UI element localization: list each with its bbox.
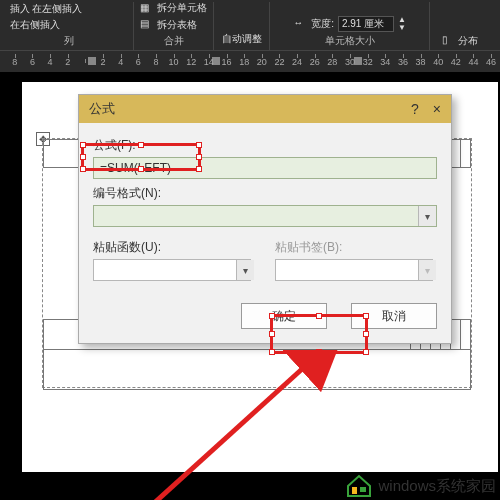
- distribute-icon: ▯: [442, 34, 456, 48]
- ruler-tick: 6: [24, 57, 42, 67]
- ruler-tick: 32: [359, 57, 377, 67]
- svg-rect-1: [352, 487, 357, 494]
- ruler-tick: 24: [288, 57, 306, 67]
- ruler-tick: 6: [129, 57, 147, 67]
- formula-dialog: 公式 ? × 公式(F): 编号格式(N): ▾ 粘贴函数(U):: [78, 94, 452, 344]
- width-icon: ↔: [293, 17, 307, 31]
- ribbon-label-cols: 列: [64, 34, 74, 48]
- ruler-tick: 30: [341, 57, 359, 67]
- split-table-icon: ▤: [140, 18, 154, 32]
- chevron-down-icon[interactable]: ▾: [236, 260, 254, 280]
- ruler-tick: 40: [429, 57, 447, 67]
- ruler-tick: 4: [112, 57, 130, 67]
- ruler-tick: 44: [465, 57, 483, 67]
- ruler-tick: 46: [482, 57, 500, 67]
- ribbon-label-merge: 合并: [164, 34, 184, 48]
- ribbon-label-cellsize: 单元格大小: [325, 34, 375, 48]
- ribbon-group-merge: ▦ 拆分单元格 ▤ 拆分表格 合并: [134, 2, 214, 50]
- paste-function-label: 粘贴函数(U):: [93, 239, 255, 256]
- formula-input[interactable]: [93, 157, 437, 179]
- dialog-title: 公式: [89, 100, 115, 118]
- ribbon-group-autofit: 自动调整: [214, 2, 270, 50]
- width-label: 宽度:: [311, 17, 334, 31]
- ribbon-group-distribute: ▯ 分布: [430, 2, 490, 50]
- chevron-down-icon: ▾: [418, 260, 436, 280]
- cmd-insert-left[interactable]: 在左侧插入: [32, 2, 82, 16]
- cmd-insert-right[interactable]: 在右侧插入: [10, 18, 60, 32]
- cmd-split-cells[interactable]: ▦ 拆分单元格: [140, 1, 207, 15]
- ruler-tick: 4: [41, 57, 59, 67]
- ruler-tick: 22: [271, 57, 289, 67]
- chevron-down-icon[interactable]: ▾: [418, 206, 436, 226]
- number-format-combo[interactable]: [93, 205, 437, 227]
- ruler-tick: 2: [94, 57, 112, 67]
- ruler-tick: 42: [447, 57, 465, 67]
- paste-bookmark-combo: [275, 259, 433, 281]
- horizontal-ruler[interactable]: 8642246810121416182022242628303234363840…: [0, 50, 500, 72]
- watermark-logo-text: windows系统家园: [378, 477, 496, 496]
- formula-field-label: 公式(F):: [93, 137, 437, 154]
- ruler-tick: 38: [412, 57, 430, 67]
- stepper-icon[interactable]: ▲▼: [398, 16, 406, 32]
- ribbon: 插入 在左侧插入 在右侧插入 列 ▦ 拆分单元格 ▤ 拆分表格 合并 自动调整 …: [0, 0, 500, 50]
- paste-bookmark-label: 粘贴书签(B):: [275, 239, 437, 256]
- number-format-label: 编号格式(N):: [93, 185, 437, 202]
- watermark-logo: windows系统家园: [346, 474, 496, 498]
- cancel-button[interactable]: 取消: [351, 303, 437, 329]
- house-icon: [346, 474, 372, 498]
- ruler-tick: 20: [253, 57, 271, 67]
- ruler-tick: 8: [147, 57, 165, 67]
- cmd-distribute[interactable]: ▯ 分布: [442, 34, 479, 48]
- dialog-titlebar[interactable]: 公式 ? ×: [79, 95, 451, 123]
- ribbon-group-cellsize: ↔ 宽度: ▲▼ 单元格大小: [270, 2, 430, 50]
- ruler-tick: 2: [59, 57, 77, 67]
- width-input[interactable]: [338, 16, 394, 32]
- ruler-tick: 10: [165, 57, 183, 67]
- ruler-tick: 26: [306, 57, 324, 67]
- help-icon[interactable]: ?: [411, 101, 419, 117]
- ruler-tick: 36: [394, 57, 412, 67]
- ruler-tick: 34: [376, 57, 394, 67]
- ruler-tick: 8: [6, 57, 24, 67]
- ribbon-group-rows-cols: 插入 在左侧插入 在右侧插入 列: [4, 2, 134, 50]
- split-cells-icon: ▦: [140, 2, 154, 16]
- close-icon[interactable]: ×: [433, 101, 441, 117]
- cmd-autofit[interactable]: 自动调整: [222, 32, 262, 46]
- ruler-tick: 18: [235, 57, 253, 67]
- ruler-tick: 12: [182, 57, 200, 67]
- paste-function-combo[interactable]: [93, 259, 251, 281]
- document-background: ✥ 平均值 www.ruhaifu.com 公式 ? ×: [0, 72, 500, 500]
- svg-rect-2: [360, 487, 366, 492]
- cmd-insert[interactable]: 插入: [10, 2, 30, 16]
- ruler-tick: 28: [324, 57, 342, 67]
- ruler-tick: 16: [218, 57, 236, 67]
- cmd-split-table[interactable]: ▤ 拆分表格: [140, 18, 197, 32]
- ruler-tick: 14: [200, 57, 218, 67]
- page: ✥ 平均值 www.ruhaifu.com 公式 ? ×: [22, 82, 498, 472]
- ok-button[interactable]: 确定: [241, 303, 327, 329]
